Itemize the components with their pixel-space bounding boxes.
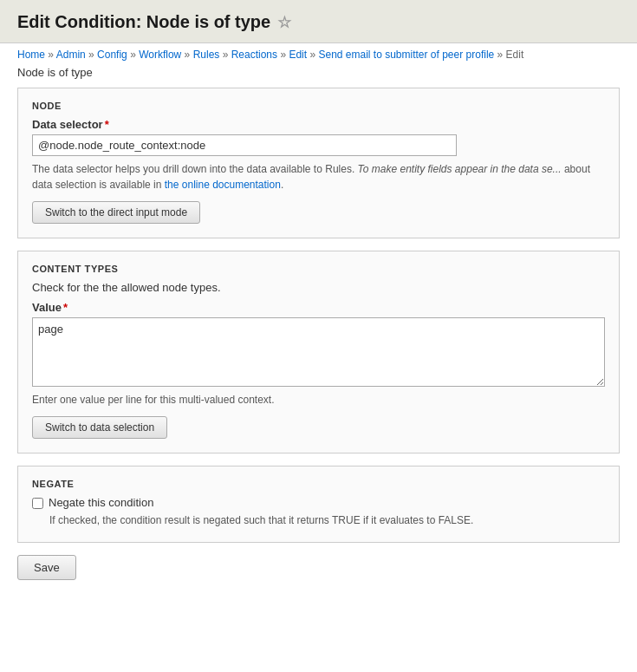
breadcrumb-reactions[interactable]: Reactions [231,49,277,61]
value-required: * [63,301,68,314]
node-section: NODE Data selector* The data selector he… [17,88,620,238]
breadcrumb-rules[interactable]: Rules [193,49,220,61]
negate-checkbox-description: If checked, the condition result is nega… [49,512,605,528]
breadcrumb-workflow[interactable]: Workflow [139,49,181,61]
negate-checkbox[interactable] [32,498,43,509]
content-types-section-title: CONTENT TYPES [32,264,605,274]
breadcrumb-admin[interactable]: Admin [56,49,86,61]
data-selector-input[interactable] [32,134,457,156]
breadcrumb: Home » Admin » Config » Workflow » Rules… [0,43,637,64]
data-selector-description: The data selector helps you drill down i… [32,161,605,192]
online-documentation-link[interactable]: the online documentation [165,179,281,191]
switch-direct-input-button[interactable]: Switch to the direct input mode [32,201,200,224]
save-button[interactable]: Save [17,555,76,580]
breadcrumb-config[interactable]: Config [97,49,127,61]
data-selector-label: Data selector* [32,118,605,131]
negate-section-title: NEGATE [32,479,605,489]
value-help-text: Enter one value per line for this multi-… [32,392,605,408]
content-types-section: CONTENT TYPES Check for the the allowed … [17,251,620,453]
negate-checkbox-label[interactable]: Negate this condition [49,496,153,509]
value-textarea[interactable]: page [32,317,605,387]
breadcrumb-send-email[interactable]: Send email to submitter of peer profile [318,49,494,61]
page-title-text: Edit Condition: Node is of type [17,12,270,32]
negate-section: NEGATE Negate this condition If checked,… [17,466,620,543]
breadcrumb-current: Edit [506,49,524,61]
data-selector-required: * [105,118,109,131]
value-label: Value* [32,301,605,314]
favorite-icon[interactable]: ☆ [277,13,291,32]
content-types-subtitle: Check for the the allowed node types. [32,281,605,294]
breadcrumb-home[interactable]: Home [17,49,45,61]
breadcrumb-edit[interactable]: Edit [289,49,307,61]
switch-data-selection-button[interactable]: Switch to data selection [32,416,167,439]
page-title: Edit Condition: Node is of type ☆ [17,12,620,32]
node-section-title: NODE [32,101,605,111]
page-subtitle: Node is of type [0,64,637,88]
